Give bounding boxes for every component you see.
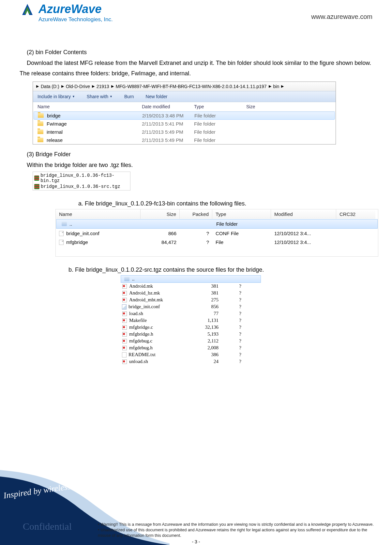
explorer-address-bar[interactable]: ▶ Data (D:) ▶ Old-D-Drive ▶ 21913 ▶ MFG-…: [33, 82, 336, 91]
logo-icon: [20, 3, 35, 16]
column-type[interactable]: Type: [194, 104, 246, 109]
file-icon: [122, 291, 127, 296]
column-name[interactable]: Name: [38, 104, 142, 109]
archive-table-b: .. Android.mk381?Android_bz.mk381?Androi…: [121, 275, 261, 365]
footer-warnings: Warning!! This is a message from Azurewa…: [98, 522, 379, 538]
list-item[interactable]: bridge_linux_0.1.0.36-src.tgz: [34, 184, 129, 189]
table-row[interactable]: bridge2/19/2013 3:48 PMFile folder: [34, 112, 335, 120]
folder-icon: [38, 138, 43, 142]
table-row[interactable]: mfgdebug.c2,112?: [121, 338, 261, 344]
section-2-title: (2) bin Folder Contents: [27, 49, 372, 56]
breadcrumb-item[interactable]: bin: [273, 84, 279, 89]
parent-folder-row[interactable]: .. File folder: [56, 219, 378, 229]
column-crc[interactable]: CRC32: [336, 209, 375, 219]
explorer-window: ▶ Data (D:) ▶ Old-D-Drive ▶ 21913 ▶ MFG-…: [33, 82, 336, 144]
archive-icon: [34, 175, 39, 181]
table-row[interactable]: mfgbridge84,472?File12/10/2012 3:4...: [56, 238, 378, 247]
chevron-down-icon: ▼: [72, 95, 75, 98]
section-2-body: Download the latest MFG release from the…: [20, 58, 372, 79]
archive-icon: [34, 184, 39, 189]
column-type[interactable]: Type: [212, 209, 271, 219]
page-number: - 3 -: [192, 539, 200, 544]
file-icon: [122, 359, 127, 364]
table-row[interactable]: Android_mbt.mk275?: [121, 296, 261, 303]
table-row[interactable]: load.sh77?: [121, 310, 261, 317]
archive-column-headers[interactable]: Name Size Packed Type Modified CRC32: [56, 209, 378, 219]
list-item[interactable]: bridge_linux_0.1.0.36-fc13-bin.tgz: [34, 173, 129, 184]
warning-line: Warning!! This is a message from Azurewa…: [98, 522, 379, 527]
file-icon: [122, 304, 127, 310]
logo-area: AzureWave AzureWave Technologies, Inc.: [20, 3, 113, 23]
table-row[interactable]: release2/11/2013 5:49 PMFile folder: [33, 136, 336, 144]
file-icon: [122, 352, 127, 357]
folder-icon: [38, 121, 43, 126]
column-name[interactable]: Name: [56, 209, 141, 219]
page-header: AzureWave AzureWave Technologies, Inc. w…: [20, 0, 372, 23]
explorer-toolbar: Include in library ▼ Share with ▼ Burn N…: [33, 91, 336, 102]
caption-a: a. File bridge_linux_0.1.0.29-fc13-bin c…: [78, 200, 372, 207]
column-size[interactable]: Size: [246, 104, 279, 109]
archive-table-a: Name Size Packed Type Modified CRC32 .. …: [55, 209, 378, 257]
chevron-down-icon: ▼: [110, 95, 113, 98]
section-3-title: (3) Bridge Folder: [27, 151, 372, 158]
include-in-library-button[interactable]: Include in library ▼: [38, 94, 75, 99]
column-packed[interactable]: Packed: [180, 209, 212, 219]
logo-text: AzureWave: [38, 3, 113, 15]
explorer-column-headers[interactable]: Name Date modified Type Size: [33, 102, 336, 112]
chevron-right-icon: ▶: [281, 84, 284, 88]
folder-up-icon: [124, 277, 129, 281]
table-row[interactable]: Android.mk381?: [121, 283, 261, 290]
table-row[interactable]: unload.sh24?: [121, 358, 261, 365]
breadcrumb-item[interactable]: Data (D:): [41, 84, 59, 89]
site-url: www.azurewave.com: [311, 13, 372, 21]
breadcrumb-item[interactable]: 21913: [97, 84, 109, 89]
new-folder-button[interactable]: New folder: [146, 94, 168, 99]
file-icon: [59, 240, 64, 245]
file-icon: [122, 332, 127, 337]
file-icon: [122, 325, 127, 330]
share-with-button[interactable]: Share with ▼: [87, 94, 113, 99]
chevron-right-icon: ▶: [111, 84, 114, 88]
table-row[interactable]: README.txt386?: [121, 351, 261, 358]
column-size[interactable]: Size: [141, 209, 180, 219]
breadcrumb-item[interactable]: MFG-W8897-MF-WIFI-BT-FM-BRG-FC13-WIN-X86…: [116, 84, 267, 89]
chevron-right-icon: ▶: [92, 84, 95, 88]
tgz-file-list: bridge_linux_0.1.0.36-fc13-bin.tgz bridg…: [33, 172, 130, 190]
folder-icon: [38, 129, 43, 134]
folder-up-icon: [62, 222, 67, 226]
file-icon: [122, 318, 127, 323]
parent-folder-row[interactable]: ..: [121, 275, 261, 283]
caption-b: b. File bridge_linux_0.1.0.22-src.tgz co…: [68, 266, 372, 273]
logo-subtitle: AzureWave Technologies, Inc.: [38, 16, 113, 23]
table-row[interactable]: FwImage2/11/2013 5:41 PMFile folder: [33, 120, 336, 128]
file-icon: [122, 339, 127, 344]
file-icon: [122, 297, 127, 303]
table-row[interactable]: bridge_init.conf856?: [121, 303, 261, 310]
table-row[interactable]: Android_bz.mk381?: [121, 290, 261, 296]
table-row[interactable]: mfgbridge.h5,193?: [121, 331, 261, 338]
warning-line: Unauthorized use of this document is pro…: [98, 527, 379, 538]
table-row[interactable]: Makefile1,131?: [121, 317, 261, 324]
burn-button[interactable]: Burn: [124, 94, 134, 99]
file-icon: [122, 284, 127, 289]
chevron-right-icon: ▶: [61, 84, 64, 88]
folder-icon: [38, 113, 44, 118]
breadcrumb-item[interactable]: Old-D-Drive: [66, 84, 90, 89]
column-modified[interactable]: Modified: [271, 209, 336, 219]
table-row[interactable]: mfgbridge.c32,136?: [121, 324, 261, 331]
column-date[interactable]: Date modified: [142, 104, 194, 109]
section-3-body: Within the bridge folder are two .tgz fi…: [27, 160, 372, 170]
file-icon: [122, 345, 127, 351]
page-footer: Inspired by wireless Confidential Warnin…: [0, 470, 392, 545]
chevron-right-icon: ▶: [269, 84, 271, 88]
chevron-right-icon: ▶: [36, 84, 39, 88]
table-row[interactable]: internal2/11/2013 5:49 PMFile folder: [33, 128, 336, 136]
file-icon: [59, 231, 64, 236]
file-icon: [122, 311, 127, 316]
table-row[interactable]: mfgdebug.h2,008?: [121, 344, 261, 351]
confidential-label: Confidential: [23, 521, 72, 532]
table-row[interactable]: bridge_init.conf866?CONF File12/10/2012 …: [56, 229, 378, 238]
